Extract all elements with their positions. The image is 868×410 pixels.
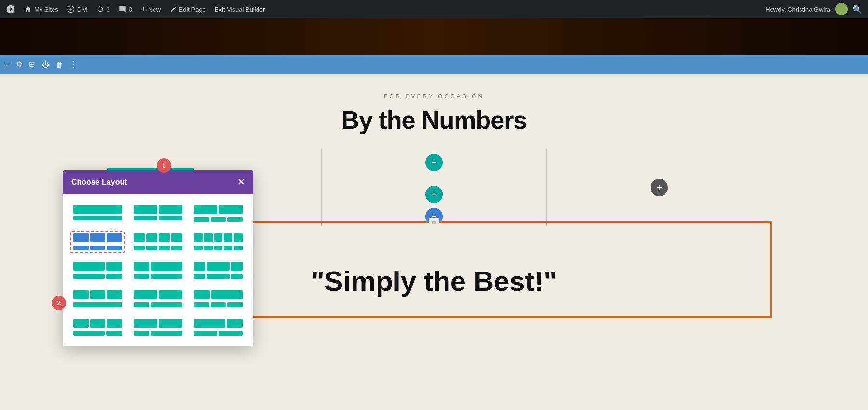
section-subtitle: FOR EVERY OCCASION xyxy=(0,93,868,100)
edit-page-label: Edit Page xyxy=(179,6,206,13)
admin-bar: My Sites Divi 3 0 + New Edit Page Exit V… xyxy=(0,0,868,18)
choose-layout-popup: Choose Layout ✕ xyxy=(63,170,253,346)
layout-row-icon[interactable]: ⊞ xyxy=(29,60,35,68)
layout-mixed-2[interactable] xyxy=(191,287,245,310)
layout-mixed-5[interactable] xyxy=(191,316,245,339)
popup-title: Choose Layout xyxy=(71,178,127,187)
hero-banner xyxy=(0,18,868,55)
layout-2col[interactable] xyxy=(131,202,185,225)
col-3-add-button[interactable]: + xyxy=(651,179,668,196)
layout-2-3col[interactable] xyxy=(191,202,245,225)
howdy-text: Howdy, Christina Gwira xyxy=(765,6,830,13)
trash-row-icon[interactable]: 🗑 xyxy=(56,60,63,68)
layout-right-wide[interactable] xyxy=(131,259,185,282)
settings-row-icon[interactable]: ⚙ xyxy=(16,60,22,68)
layout-5col[interactable] xyxy=(191,231,245,253)
exit-visual-builder-label: Exit Visual Builder xyxy=(215,6,265,13)
quote-mark: " xyxy=(429,218,439,233)
edit-page-link[interactable]: Edit Page xyxy=(170,6,206,13)
layout-mixed-4[interactable] xyxy=(131,316,185,339)
layout-4col[interactable] xyxy=(131,231,185,253)
layout-left-wide[interactable] xyxy=(70,259,125,282)
step-badge-2: 2 xyxy=(52,296,66,310)
layout-1col[interactable] xyxy=(70,202,125,225)
popup-body xyxy=(63,194,253,346)
col-2-add-button[interactable]: + xyxy=(425,154,443,171)
search-icon[interactable]: 🔍 xyxy=(853,5,862,14)
section-heading: FOR EVERY OCCASION By the Numbers xyxy=(0,74,868,144)
new-link[interactable]: + New xyxy=(141,4,161,14)
main-content: FOR EVERY OCCASION By the Numbers + + + … xyxy=(0,74,868,410)
new-label: New xyxy=(149,6,161,13)
center-teal-button[interactable]: + xyxy=(425,186,443,203)
layout-3col-full[interactable] xyxy=(70,287,125,310)
layout-mixed-1[interactable] xyxy=(131,287,185,310)
updates-count: 3 xyxy=(107,6,110,13)
popup-close-button[interactable]: ✕ xyxy=(237,177,244,188)
power-row-icon[interactable]: ⏻ xyxy=(42,60,49,68)
wp-logo-link[interactable] xyxy=(6,4,15,14)
comments-count: 0 xyxy=(129,6,132,13)
quote-title: "Simply the Best!" xyxy=(311,265,556,297)
section-title: By the Numbers xyxy=(0,106,868,135)
col-3: + xyxy=(547,149,772,226)
admin-avatar[interactable] xyxy=(835,3,848,15)
layout-3col-selected[interactable] xyxy=(70,231,125,253)
col-2: + + + xyxy=(322,149,547,226)
popup-header: Choose Layout ✕ xyxy=(63,170,253,194)
updates-link[interactable]: 3 xyxy=(96,5,110,13)
layout-mixed-3[interactable] xyxy=(70,316,125,339)
layout-center-wide[interactable] xyxy=(191,259,245,282)
add-row-icon[interactable]: + xyxy=(5,60,9,68)
my-sites-label: My Sites xyxy=(34,6,58,13)
divi-label: Divi xyxy=(77,6,88,13)
admin-bar-right: Howdy, Christina Gwira 🔍 xyxy=(765,3,862,15)
divi-link[interactable]: Divi xyxy=(67,5,88,13)
step-badge-1: 1 xyxy=(157,158,171,173)
comments-link[interactable]: 0 xyxy=(119,5,132,13)
more-row-icon[interactable]: ⋮ xyxy=(70,60,77,68)
my-sites-link[interactable]: My Sites xyxy=(24,5,58,13)
divi-row-toolbar: + ⚙ ⊞ ⏻ 🗑 ⋮ xyxy=(0,55,868,74)
exit-visual-builder-link[interactable]: Exit Visual Builder xyxy=(215,6,265,13)
